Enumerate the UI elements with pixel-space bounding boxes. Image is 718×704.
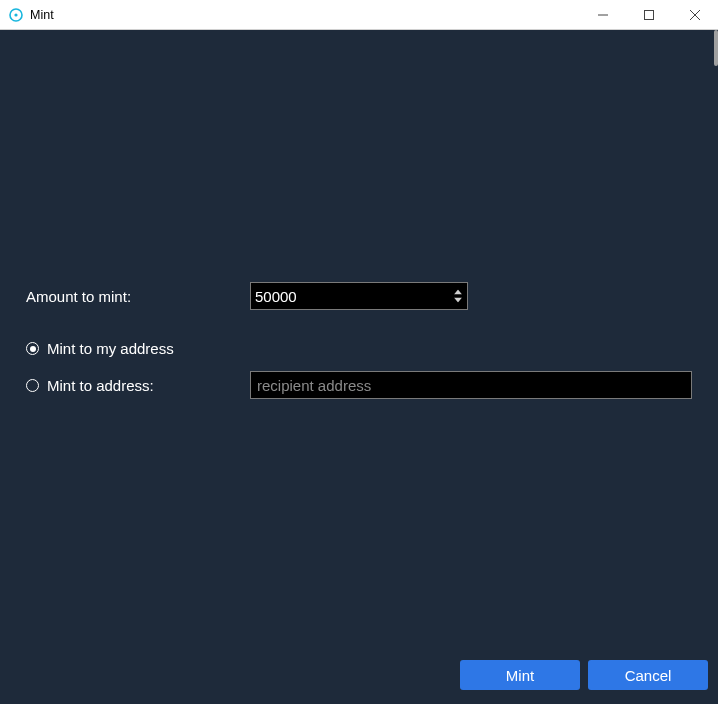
spinner-down-button[interactable] xyxy=(452,297,464,304)
svg-point-1 xyxy=(14,13,17,16)
cancel-button[interactable]: Cancel xyxy=(588,660,708,690)
radio-to-address-icon xyxy=(26,379,39,392)
app-icon xyxy=(8,7,24,23)
recipient-address-input[interactable] xyxy=(250,371,692,399)
radio-my-address-row[interactable]: Mint to my address xyxy=(26,340,692,357)
maximize-button[interactable] xyxy=(626,0,672,29)
scrollbar-thumb[interactable] xyxy=(714,30,718,66)
svg-marker-6 xyxy=(454,290,462,295)
mint-button[interactable]: Mint xyxy=(460,660,580,690)
minimize-button[interactable] xyxy=(580,0,626,29)
form: Amount to mint: Mint to my address xyxy=(26,282,692,413)
radio-my-address-icon xyxy=(26,342,39,355)
radio-my-address-label: Mint to my address xyxy=(47,340,174,357)
content-area: Amount to mint: Mint to my address xyxy=(0,30,718,704)
amount-label: Amount to mint: xyxy=(26,288,250,305)
radio-to-address-clickable[interactable]: Mint to address: xyxy=(26,377,226,394)
amount-input[interactable] xyxy=(250,282,468,310)
amount-input-container xyxy=(250,282,468,310)
svg-rect-3 xyxy=(645,10,654,19)
amount-spinner xyxy=(452,289,464,304)
window-title: Mint xyxy=(30,8,580,22)
radio-to-address-row: Mint to address: xyxy=(26,371,692,399)
button-bar: Mint Cancel xyxy=(460,660,708,690)
titlebar: Mint xyxy=(0,0,718,30)
svg-marker-7 xyxy=(454,298,462,303)
radio-to-address-label: Mint to address: xyxy=(47,377,154,394)
close-button[interactable] xyxy=(672,0,718,29)
spinner-up-button[interactable] xyxy=(452,289,464,296)
amount-row: Amount to mint: xyxy=(26,282,692,310)
window-controls xyxy=(580,0,718,29)
